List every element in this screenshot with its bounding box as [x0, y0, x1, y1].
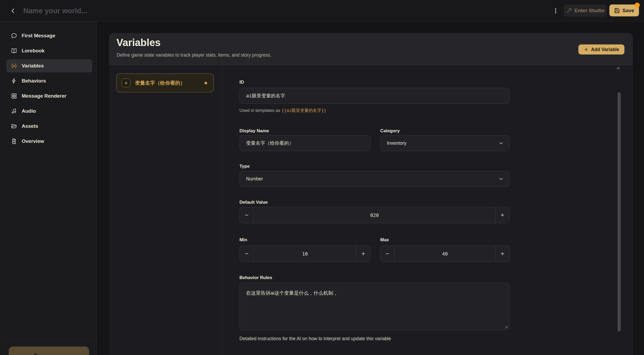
category-select[interactable]: Inventory — [380, 135, 510, 151]
id-label: ID — [239, 80, 244, 85]
sidebar-item-label: First Message — [22, 33, 55, 39]
sidebar-item-lorebook[interactable]: Lorebook — [6, 44, 92, 57]
variable-list: # 变量名字（给你看的） — [109, 66, 222, 355]
chevron-down-icon — [498, 176, 504, 182]
sidebar-item-first-message[interactable]: First Message — [6, 29, 92, 42]
page-subtitle: Define game state variables to track pla… — [117, 52, 271, 58]
id-helper-prefix: Used in templates as — [239, 108, 282, 113]
enter-studio-label: Enter Studio — [575, 8, 605, 13]
decrement-button[interactable]: − — [240, 246, 254, 262]
increment-button[interactable]: + — [356, 246, 370, 262]
type-value: Number — [240, 176, 263, 182]
plus-icon: + — [501, 211, 504, 219]
display-name-input[interactable]: 变量名字（给你看的） — [239, 135, 370, 151]
plus-icon — [584, 47, 589, 52]
default-value-label: Default Value — [239, 200, 268, 205]
id-value: ai眼里变量的名字 — [240, 93, 285, 99]
scrollbar-thumb[interactable] — [618, 92, 621, 331]
variable-item-label: 变量名字（给你看的） — [135, 80, 200, 87]
unsaved-changes-dot — [635, 3, 640, 8]
sidebar-item-variables[interactable]: Variables — [6, 59, 92, 72]
default-value-input[interactable]: 020 — [254, 207, 495, 223]
page-title: Variables — [116, 36, 161, 49]
id-input[interactable]: ai眼里变量的名字 — [239, 88, 510, 104]
variable-list-item[interactable]: # 变量名字（给你看的） — [116, 74, 214, 92]
plus-icon: + — [501, 250, 504, 257]
main-content: Variables Define game state variables to… — [97, 22, 644, 355]
id-helper-text: Used in templates as {{ai眼里变量的名字}} — [239, 108, 326, 113]
kebab-menu-button[interactable] — [551, 7, 560, 15]
category-label: Category — [380, 128, 400, 134]
save-floppy-icon — [614, 8, 620, 13]
play-icon — [34, 353, 38, 355]
min-stepper: − 10 + — [239, 245, 370, 262]
add-variable-button[interactable]: Add Variable — [578, 44, 624, 54]
increment-button[interactable]: + — [495, 246, 509, 262]
minus-icon: − — [386, 250, 389, 257]
sidebar-nav: First Message Lorebook Variables Behavio… — [6, 29, 92, 148]
minus-icon: − — [245, 250, 248, 257]
type-label: Type — [239, 164, 250, 169]
sidebar-item-label: Audio — [22, 108, 36, 114]
kebab-icon — [552, 8, 559, 14]
sidebar-item-assets[interactable]: Assets — [6, 120, 92, 133]
arrow-left-icon — [10, 7, 16, 14]
chat-bubble-icon — [11, 33, 17, 39]
add-variable-label: Add Variable — [591, 47, 619, 52]
chevron-down-icon — [498, 140, 504, 146]
panel-body: # 变量名字（给你看的） ID ai眼里变量的名字 Used in templa… — [109, 66, 633, 355]
display-name-value: 变量名字（给你看的） — [240, 140, 294, 146]
increment-button[interactable]: + — [495, 207, 509, 223]
unsaved-dot-icon — [205, 82, 207, 84]
sidebar-item-message-renderer[interactable]: Message Renderer — [6, 89, 92, 103]
music-note-icon — [11, 108, 17, 114]
min-label: Min — [239, 237, 247, 243]
sidebar-item-label: Lorebook — [22, 48, 45, 54]
max-stepper: − 40 + — [380, 245, 510, 262]
sidebar-item-behaviors[interactable]: Behaviors — [6, 74, 92, 88]
sidebar-item-label: Assets — [22, 123, 38, 129]
variables-panel: Variables Define game state variables to… — [109, 33, 633, 355]
min-value-input[interactable]: 10 — [254, 246, 356, 262]
variables-parens-icon — [11, 63, 17, 69]
app-root: Enter Studio Save First Message Lorebook — [0, 0, 644, 355]
sidebar-footer — [2, 339, 97, 355]
folder-icon — [11, 123, 17, 129]
sidebar-item-label: Message Renderer — [22, 93, 66, 99]
topbar: Enter Studio Save — [0, 0, 644, 22]
behavior-rules-textarea[interactable]: 在这里告诉ai这个变量是什么，什么机制， — [239, 283, 510, 330]
lightning-icon — [11, 78, 17, 84]
decrement-button[interactable]: − — [380, 246, 394, 262]
minus-icon: − — [245, 211, 248, 219]
decrement-button[interactable]: − — [240, 207, 254, 223]
type-select[interactable]: Number — [239, 171, 510, 187]
scrollbar-up-arrow[interactable] — [616, 67, 620, 69]
id-template-code: {{ai眼里变量的名字}} — [282, 108, 326, 113]
max-value-input[interactable]: 40 — [394, 246, 495, 262]
behavior-rules-label: Behavior Rules — [239, 275, 272, 280]
grid-icon — [11, 93, 17, 99]
world-name-input[interactable] — [23, 5, 208, 17]
behavior-rules-helper: Detailed instructions for the AI on how … — [239, 336, 391, 342]
save-label: Save — [622, 8, 634, 13]
sidebar-item-label: Variables — [22, 63, 44, 69]
sidebar-item-label: Overview — [22, 138, 44, 144]
plus-icon: + — [361, 250, 365, 257]
hash-badge: # — [122, 79, 130, 87]
back-button[interactable] — [7, 5, 19, 16]
open-book-icon — [11, 48, 17, 54]
document-icon — [11, 138, 17, 144]
enter-studio-button[interactable]: Enter Studio — [564, 4, 607, 17]
category-value: Inventory — [380, 140, 406, 146]
behavior-rules-value: 在这里告诉ai这个变量是什么，什么机制， — [246, 289, 503, 297]
default-value-stepper: − 020 + — [239, 207, 510, 223]
sidebar: First Message Lorebook Variables Behavio… — [0, 22, 97, 355]
max-label: Max — [380, 237, 389, 243]
resize-handle-icon[interactable] — [505, 325, 508, 329]
magic-wand-icon — [566, 8, 572, 13]
panel-header: Variables Define game state variables to… — [109, 33, 633, 65]
save-button[interactable]: Save — [609, 4, 639, 16]
sidebar-footer-cta-button[interactable] — [9, 347, 89, 355]
sidebar-item-audio[interactable]: Audio — [6, 104, 92, 118]
sidebar-item-overview[interactable]: Overview — [6, 135, 92, 148]
